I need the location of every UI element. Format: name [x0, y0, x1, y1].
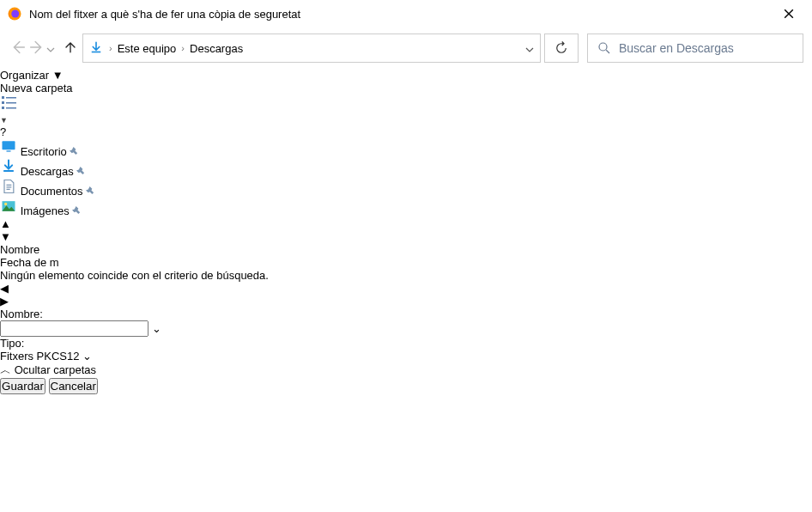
sidebar-item-label: Escritorio — [21, 145, 67, 158]
sidebar-item-label: Documentos — [21, 185, 83, 198]
search-icon — [597, 40, 612, 56]
save-button[interactable]: Guardar — [0, 378, 45, 394]
svg-rect-9 — [3, 141, 15, 149]
address-bar[interactable]: › Este equipo › Descargas — [82, 34, 541, 63]
filetype-value: Fitxers PKCS12 — [0, 350, 79, 363]
sidebar-scrollbar[interactable]: ▲ ▼ — [0, 217, 812, 243]
pin-icon — [76, 165, 86, 178]
hide-folders-label: Ocultar carpetas — [15, 363, 96, 376]
breadcrumb-this-pc[interactable]: Este equipo — [114, 42, 180, 55]
dropdown-triangle-icon: ▼ — [52, 69, 64, 82]
firefox-app-icon — [7, 6, 22, 21]
filename-label: Nombre: — [0, 308, 43, 320]
empty-results-message: Ningún elemento coincide con el criterio… — [0, 269, 812, 282]
desktop-icon — [0, 145, 21, 158]
filetype-combobox[interactable]: Fitxers PKCS12 ⌄ — [0, 350, 812, 363]
chevron-up-icon: ︿ — [0, 363, 11, 376]
svg-rect-3 — [2, 96, 4, 99]
search-box[interactable] — [587, 34, 803, 63]
svg-point-13 — [4, 203, 7, 205]
refresh-button[interactable] — [544, 34, 579, 63]
download-icon — [0, 165, 21, 178]
hide-folders-toggle[interactable]: ︿ Ocultar carpetas — [0, 363, 812, 378]
new-folder-label: Nueva carpeta — [0, 82, 73, 94]
chevron-down-icon[interactable]: ⌄ — [82, 350, 92, 363]
column-header-name[interactable]: Nombre — [0, 243, 812, 256]
organize-menu[interactable]: Organizar ▼ — [0, 69, 812, 82]
new-folder-button[interactable]: Nueva carpeta — [0, 82, 812, 94]
svg-rect-10 — [7, 150, 11, 152]
organize-label: Organizar — [0, 69, 49, 82]
pin-icon — [86, 185, 95, 198]
scroll-down-arrow-icon[interactable]: ▼ — [0, 230, 812, 243]
filename-combobox[interactable]: ⌄ — [0, 320, 812, 337]
sidebar-item-label: Imágenes — [21, 204, 70, 217]
file-list-area: Nombre Fecha de m Ningún elemento coinci… — [0, 243, 812, 308]
pin-icon — [72, 204, 82, 217]
svg-rect-4 — [6, 97, 16, 99]
sidebar-item-downloads[interactable]: Descargas — [0, 158, 812, 178]
breadcrumb-downloads[interactable]: Descargas — [186, 42, 246, 55]
scroll-up-arrow-icon[interactable]: ▲ — [0, 217, 812, 230]
window-title: Nom del fitxer a què s'ha de fer una còp… — [29, 8, 769, 21]
svg-point-2 — [599, 43, 607, 51]
svg-rect-8 — [6, 107, 16, 109]
horizontal-scrollbar[interactable]: ◀ ▶ — [0, 282, 812, 308]
view-options-dropdown[interactable]: ▼ — [0, 113, 14, 125]
search-input[interactable] — [619, 41, 794, 55]
sidebar-item-desktop[interactable]: Escritorio — [0, 138, 812, 158]
navigation-sidebar: Escritorio Descargas Documentos — [0, 138, 812, 243]
pin-icon — [70, 145, 79, 158]
column-header-date[interactable]: Fecha de m — [0, 256, 812, 269]
nav-recent-dropdown[interactable] — [46, 42, 62, 55]
address-history-dropdown[interactable] — [524, 42, 535, 55]
cancel-button[interactable]: Cancelar — [49, 378, 98, 394]
view-options-button[interactable] — [0, 94, 812, 113]
svg-rect-7 — [2, 107, 4, 109]
breadcrumb-separator-icon: › — [107, 43, 114, 53]
nav-up-button[interactable] — [62, 39, 79, 58]
filetype-label: Tipo: — [0, 337, 24, 350]
image-icon — [0, 204, 21, 217]
sidebar-item-images[interactable]: Imágenes — [0, 198, 812, 217]
window-close-button[interactable] — [769, 0, 809, 27]
help-glyph: ? — [0, 125, 6, 138]
document-icon — [0, 185, 21, 198]
help-button[interactable]: ? — [0, 125, 812, 138]
filename-input[interactable] — [0, 320, 148, 337]
breadcrumb-separator-icon: › — [179, 43, 186, 53]
downloads-location-icon — [88, 40, 104, 56]
svg-point-1 — [11, 10, 19, 18]
sidebar-item-documents[interactable]: Documentos — [0, 178, 812, 198]
nav-back-button[interactable] — [9, 38, 27, 59]
scroll-left-arrow-icon[interactable]: ◀ — [0, 282, 812, 295]
scroll-right-arrow-icon[interactable]: ▶ — [0, 295, 812, 308]
sidebar-item-label: Descargas — [21, 165, 74, 178]
chevron-down-icon[interactable]: ⌄ — [152, 322, 161, 335]
svg-rect-5 — [2, 101, 4, 104]
nav-forward-button[interactable] — [27, 38, 46, 59]
svg-rect-6 — [6, 102, 16, 104]
